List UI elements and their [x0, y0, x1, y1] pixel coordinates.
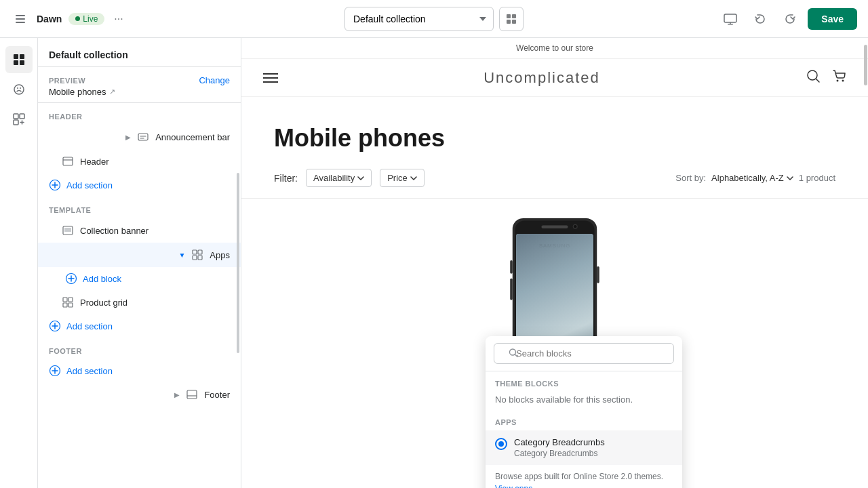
panel-scrollbar-thumb [237, 173, 239, 353]
preview-label: PREVIEW [49, 77, 85, 85]
sidebar-sections-icon[interactable] [5, 46, 33, 73]
category-breadcrumbs-item[interactable]: Category Breadcrumbs Category Breadcrumb… [486, 430, 682, 465]
store-brand: Uncomplicated [484, 69, 600, 87]
collection-banner-icon [61, 224, 75, 237]
undo-button[interactable] [748, 7, 772, 31]
panel-scrollbar [237, 38, 239, 488]
collection-banner-item[interactable]: Collection banner [38, 218, 241, 243]
sort-label: Sort by: [675, 173, 706, 183]
live-dot [75, 16, 80, 21]
footer-section-label: FOOTER [38, 338, 241, 359]
add-section-1-label: Add section [66, 180, 113, 190]
add-section-2[interactable]: Add section [38, 314, 241, 338]
header-item[interactable]: Header [38, 149, 241, 174]
apps-item[interactable]: ▼ Apps [38, 243, 241, 267]
panel: Default collection PREVIEW Change Mobile… [38, 38, 241, 488]
svg-rect-49 [187, 390, 197, 399]
product-count: 1 product [799, 173, 835, 183]
svg-point-51 [808, 70, 817, 80]
footer-item[interactable]: ▶ Footer [38, 382, 241, 407]
svg-point-14 [14, 85, 24, 94]
apps-icon [191, 248, 204, 262]
search-blocks-input[interactable] [494, 343, 674, 364]
topbar-right: Save [580, 7, 857, 31]
panel-body: HEADER ▶ Announcement bar Header Add sec… [38, 103, 241, 488]
redo-button[interactable] [778, 7, 802, 31]
filter-label: Filter: [274, 173, 298, 184]
more-button[interactable]: ··· [111, 10, 125, 28]
preview-value: Mobile phones ↗ [49, 87, 230, 97]
product-grid-icon [61, 296, 75, 309]
content-area: Welcome to our store Uncomplicated [241, 38, 868, 488]
svg-rect-19 [14, 120, 18, 125]
svg-rect-7 [724, 14, 736, 22]
svg-rect-39 [63, 298, 67, 302]
filter-right: Sort by: Alphabetically, A-Z 1 product [675, 173, 835, 183]
price-filter[interactable]: Price [380, 169, 425, 187]
header-section-label: HEADER [38, 103, 241, 125]
svg-rect-58 [541, 226, 568, 228]
footer-label: Footer [204, 390, 230, 400]
panel-title: Default collection [49, 49, 128, 60]
svg-point-16 [20, 87, 21, 89]
svg-rect-40 [68, 298, 73, 302]
panel-header: Default collection [38, 38, 241, 67]
hamburger-icon[interactable] [263, 73, 278, 83]
announcement-bar-label: Announcement bar [155, 132, 230, 142]
topbar: Dawn Live ··· Default collection [0, 0, 868, 38]
cart-nav-icon[interactable] [831, 68, 846, 87]
expand-icon: ▶ [125, 134, 131, 141]
announcement-bar-icon [136, 130, 150, 144]
svg-rect-25 [63, 157, 73, 165]
svg-rect-34 [193, 256, 197, 260]
svg-rect-1 [16, 18, 25, 20]
svg-rect-11 [20, 54, 24, 59]
svg-rect-22 [138, 134, 148, 140]
sidebar-add-icon[interactable] [5, 106, 33, 133]
store-nav-icons [806, 68, 846, 87]
browse-apps-text: Browse apps built for Online Store 2.0 t… [486, 465, 682, 488]
main-layout: Default collection PREVIEW Change Mobile… [0, 38, 868, 488]
svg-rect-67 [510, 279, 513, 300]
preview-section: PREVIEW Change Mobile phones ↗ [38, 67, 241, 103]
product-grid-item[interactable]: Product grid [38, 290, 241, 314]
svg-point-15 [17, 87, 18, 89]
no-blocks-text: No blocks available for this section. [486, 392, 682, 411]
sort-value[interactable]: Alphabetically, A-Z [711, 173, 793, 183]
collection-select[interactable]: Default collection [344, 7, 494, 31]
collection-title: Mobile phones [241, 97, 868, 163]
preview-change-button[interactable]: Change [199, 75, 230, 85]
view-apps-link[interactable]: View apps [495, 484, 532, 488]
save-button[interactable]: Save [808, 8, 857, 30]
collection-banner-label: Collection banner [80, 226, 149, 236]
theme-blocks-heading: THEME BLOCKS [486, 371, 682, 392]
app-name: Category Breadcrumbs [514, 437, 605, 447]
desktop-preview-button[interactable] [718, 7, 743, 31]
grid-layout-button[interactable] [499, 7, 524, 31]
filter-bar: Filter: Availability Price Sort by: [241, 163, 868, 199]
svg-rect-2 [16, 22, 25, 23]
add-section-3[interactable]: Add section [38, 359, 241, 382]
header-label: Header [80, 157, 109, 167]
store-topbar: Welcome to our store [241, 38, 868, 59]
availability-filter[interactable]: Availability [306, 169, 372, 187]
menu-icon[interactable] [11, 9, 30, 28]
footer-icon [185, 388, 199, 401]
svg-rect-18 [20, 114, 24, 119]
topbar-left: Dawn Live ··· [11, 9, 288, 28]
footer-expand-icon: ▶ [174, 391, 180, 399]
add-block-item[interactable]: Add block [38, 267, 241, 290]
svg-rect-65 [597, 266, 599, 283]
search-nav-icon[interactable] [806, 68, 821, 87]
topbar-center: Default collection [296, 7, 572, 31]
add-section-1[interactable]: Add section [38, 174, 241, 197]
header-icon [61, 155, 75, 168]
sidebar-theme-icon[interactable] [5, 76, 33, 103]
svg-rect-66 [510, 260, 513, 274]
add-section-3-label: Add section [66, 366, 113, 376]
svg-rect-31 [64, 228, 71, 232]
announcement-bar-item[interactable]: ▶ Announcement bar [38, 125, 241, 149]
apps-label: Apps [210, 250, 230, 260]
svg-rect-17 [14, 114, 18, 119]
svg-rect-12 [14, 60, 18, 65]
